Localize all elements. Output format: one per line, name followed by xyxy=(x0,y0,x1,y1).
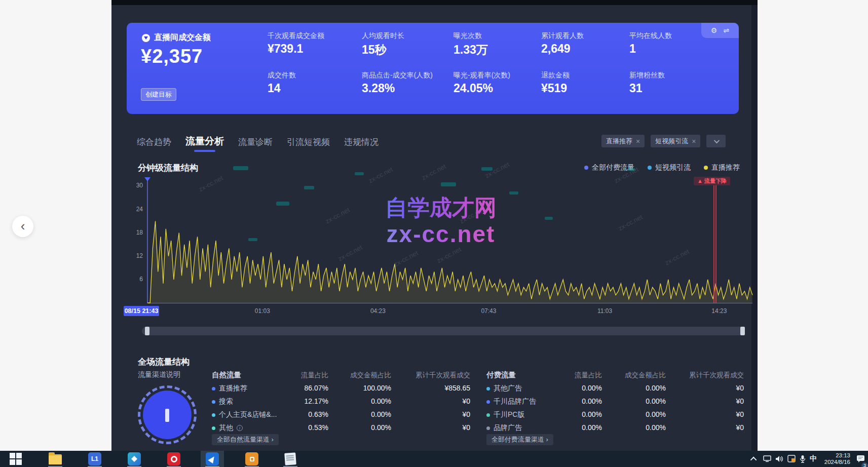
table-row-label[interactable]: 千川品牌广告 xyxy=(486,397,536,406)
gear-icon[interactable]: ⚙ xyxy=(711,26,718,34)
table-cell-value: 0.63% xyxy=(262,410,328,418)
table-row-label[interactable]: 其他i xyxy=(212,423,243,433)
table-row-label[interactable]: 其他广告 xyxy=(486,384,522,393)
tray-expand-icon[interactable] xyxy=(752,451,761,467)
card-title: 直播间成交金额 xyxy=(154,32,211,43)
range-handle-right[interactable] xyxy=(740,327,745,335)
info-icon[interactable]: i xyxy=(237,425,243,431)
row-dot xyxy=(486,400,490,404)
table-cell-value: ¥0 xyxy=(678,423,744,432)
x-axis-tick: 11:03 xyxy=(587,307,623,315)
table-cell-value: 0.00% xyxy=(325,410,391,418)
metric-label: 累计观看人数 xyxy=(541,31,584,41)
donut-center-label xyxy=(165,409,169,422)
table-cell-value: ¥0 xyxy=(404,410,470,418)
row-label-text: 千川PC版 xyxy=(494,410,524,419)
watermark: 自学成才网 zx-cc.net xyxy=(334,195,547,247)
table-cell-value: ¥0 xyxy=(404,423,470,432)
legend-label: 直播推荐 xyxy=(711,163,740,172)
y-axis-tick: 6 xyxy=(126,276,143,283)
alert-line xyxy=(715,185,716,303)
explorer-icon[interactable] xyxy=(49,452,62,465)
metric-value: 1.33万 xyxy=(454,42,488,58)
notepad-icon[interactable] xyxy=(284,452,297,465)
table-cell-value: 0.00% xyxy=(325,423,391,432)
metric-label: 曝光次数 xyxy=(454,31,482,41)
metric-value: 24.05% xyxy=(454,82,493,95)
swap-icon[interactable]: ⇌ xyxy=(723,26,729,34)
chip-close-icon[interactable]: × xyxy=(636,137,640,145)
column-header: 成交金额占比 xyxy=(590,371,666,380)
legend-dot xyxy=(584,166,588,170)
microphone-icon[interactable] xyxy=(800,451,806,467)
back-button[interactable]: ‹ xyxy=(12,216,33,237)
video-artifact xyxy=(509,191,518,194)
row-label-text: 品牌广告 xyxy=(494,423,522,433)
video-artifact xyxy=(276,202,289,206)
speaker-icon[interactable] xyxy=(775,451,784,467)
card-primary-value: ¥2,357 xyxy=(141,46,203,67)
tab-流量诊断[interactable]: 流量诊断 xyxy=(238,136,273,153)
legend-item[interactable]: 短视频引流 xyxy=(648,163,691,172)
card-corner-toolbar[interactable]: ⚙ ⇌ xyxy=(701,23,739,38)
channel-info-link[interactable]: 流量渠道说明 xyxy=(138,370,180,379)
app-tray-icon[interactable] xyxy=(787,451,796,467)
table-row-label[interactable]: 千川PC版 xyxy=(486,410,524,419)
table-cell-value: 12.17% xyxy=(262,397,328,405)
column-header: 成交金额占比 xyxy=(315,371,391,380)
table-row-label[interactable]: 搜索 xyxy=(212,397,233,406)
filter-chip[interactable]: 短视频引流× xyxy=(651,135,700,147)
tray-time: 23:13 xyxy=(824,452,850,459)
goal-icon xyxy=(142,34,150,42)
tab-引流短视频[interactable]: 引流短视频 xyxy=(287,136,330,153)
column-header: 累计千次观看成交 xyxy=(394,371,470,380)
filter-chip[interactable]: 直播推荐× xyxy=(601,135,645,147)
network-icon[interactable] xyxy=(763,451,772,467)
y-axis-tick: 12 xyxy=(126,252,143,259)
table-cell-value: ¥0 xyxy=(678,384,744,392)
table-cell-value: 0.00% xyxy=(536,423,602,432)
legend-item[interactable]: 直播推荐 xyxy=(704,163,740,172)
create-goal-button[interactable]: 创建目标 xyxy=(141,88,176,101)
compass-app-icon[interactable] xyxy=(128,452,141,465)
metric-label: 商品点击-成交率(人数) xyxy=(362,71,433,80)
notification-icon[interactable]: 3 xyxy=(856,451,865,467)
table-row-label[interactable]: 直播推荐 xyxy=(212,384,247,393)
ime-indicator[interactable]: 中 xyxy=(810,451,817,467)
alert-badge[interactable]: ▲ 流量下降 xyxy=(694,177,730,185)
video-artifact xyxy=(248,238,257,241)
metric-label: 人均观看时长 xyxy=(362,31,404,41)
metric-value: 2,649 xyxy=(541,42,571,56)
metric-label: 曝光-观看率(次数) xyxy=(454,71,510,80)
table-cell-value: 0.00% xyxy=(600,397,666,405)
range-handle-left[interactable] xyxy=(145,327,149,335)
table-cell-value: ¥0 xyxy=(404,397,470,405)
tab-违规情况[interactable]: 违规情况 xyxy=(344,136,379,153)
x-axis-tick: 01:03 xyxy=(245,307,280,315)
row-dot xyxy=(212,413,215,417)
orange-app-icon[interactable] xyxy=(245,452,258,465)
clock[interactable]: 23:132024/8/16 xyxy=(821,451,850,467)
filter-dropdown[interactable] xyxy=(706,135,726,147)
chart-range-scrollbar[interactable] xyxy=(142,327,745,335)
l1-app-icon[interactable]: L1 xyxy=(88,452,101,465)
metric-label: 平均在线人数 xyxy=(629,31,672,41)
table-footer-link[interactable]: 全部付费流量渠道 › xyxy=(486,434,553,445)
taskbar-indicator xyxy=(205,466,219,467)
start-icon[interactable] xyxy=(9,452,22,465)
tab-流量分析[interactable]: 流量分析 xyxy=(185,135,224,153)
browser-red-icon[interactable] xyxy=(167,452,180,465)
y-axis-tick: 24 xyxy=(126,206,143,213)
filter-chips: 直播推荐×短视频引流× xyxy=(601,135,726,147)
metric-value: 3.28% xyxy=(362,82,395,95)
table-cell-value: 0.00% xyxy=(600,423,666,432)
tab-综合趋势[interactable]: 综合趋势 xyxy=(137,136,171,153)
table-row-label[interactable]: 品牌广告 xyxy=(486,423,522,433)
table-cell-value: 0.00% xyxy=(325,397,391,405)
table-footer-link[interactable]: 全部自然流量渠道 › xyxy=(212,434,279,445)
row-dot xyxy=(212,387,215,391)
chip-close-icon[interactable]: × xyxy=(692,137,696,145)
metric-value: ¥519 xyxy=(541,82,567,95)
watermark-line1: 自学成才网 xyxy=(334,195,547,221)
pointer-app-icon[interactable] xyxy=(206,452,219,465)
